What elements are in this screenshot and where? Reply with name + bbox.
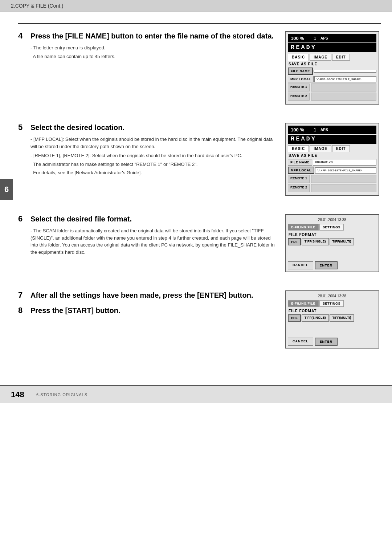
step-5-line-1: - [MFP LOCAL]: Select when the originals…	[30, 136, 278, 150]
screen-5-filename-row: FILE NAME DOC040128	[288, 159, 376, 166]
step-4-line-2: A file name can contain up to 45 letters…	[30, 53, 278, 60]
side-tab-label: 6	[4, 185, 9, 194]
screen-4-tab-edit[interactable]: EDIT	[332, 54, 350, 61]
screen-6-efiling-tab[interactable]: E-FILING/FILE	[288, 224, 319, 231]
step-5-section: 5 Select the desired location. - [MFP LO…	[18, 123, 381, 203]
step-5-text: 5 Select the desired location. - [MFP LO…	[18, 123, 278, 178]
side-tab: 6	[0, 179, 13, 200]
screen-5-filename-btn[interactable]: FILE NAME	[288, 159, 312, 166]
screen-5-tab-edit[interactable]: EDIT	[332, 145, 350, 152]
screen-6-format-label: FILE FORMAT	[288, 233, 376, 237]
step-5-line-2: - [REMOTE 1], [REMOTE 2]: Select when th…	[30, 152, 278, 159]
screen-5-remote1-btn[interactable]: REMOTE 1	[288, 175, 310, 183]
step-4-number: 4	[18, 31, 27, 41]
step-6-line-1: - The SCAN folder is automatically creat…	[30, 227, 278, 256]
screen-6-pdf-btn[interactable]: PDF	[288, 238, 301, 245]
screen-7-8-tiff-multi-btn[interactable]: TIFF(MULTI)	[330, 314, 354, 322]
screen-5: 100 % 1 APS READY BASIC IMAGE EDIT SAVE …	[285, 123, 379, 196]
step-5-screen: 100 % 1 APS READY BASIC IMAGE EDIT SAVE …	[285, 123, 381, 203]
step-5-line-4: For details, see the [Network Administra…	[30, 169, 278, 176]
page-footer: 148 6.STORING ORIGINALS	[0, 385, 392, 403]
screen-4-remote1-value	[311, 83, 376, 91]
screen-6-settings-tab[interactable]: SETTINGS	[319, 224, 344, 231]
screen-5-tabs: BASIC IMAGE EDIT	[288, 145, 376, 152]
screen-4-aps: APS	[320, 36, 328, 40]
screen-5-tab-basic[interactable]: BASIC	[288, 145, 309, 152]
step-4-header: 4 Press the [FILE NAME] button to enter …	[18, 31, 278, 41]
step-6-body: - The SCAN folder is automatically creat…	[30, 227, 278, 256]
screen-7-8-action-row: CANCEL ENTER	[288, 338, 376, 346]
screen-6-enter-btn[interactable]: ENTER	[315, 261, 338, 269]
step-6-screen: 28.01.2004 13:38 E-FILING/FILE SETTINGS …	[285, 214, 381, 280]
step-7-8-section: 7 After all the settings have been made,…	[18, 290, 381, 356]
screen-4-remote1-row: REMOTE 1	[288, 83, 376, 91]
step-4-body: - The letter entry menu is displayed. A …	[30, 44, 278, 60]
screen-5-remote1-row: REMOTE 1	[288, 175, 376, 183]
screen-4-remote1-btn[interactable]: REMOTE 1	[288, 83, 310, 91]
step-6-number: 6	[18, 214, 27, 224]
page-header: 2.COPY & FILE (Cont.)	[0, 0, 392, 12]
screen-4-mfplocal-value: \\MFP-00C91875\FILE_SHARE\	[314, 76, 376, 82]
screen-7-8-format-label: FILE FORMAT	[288, 309, 376, 313]
screen-6-spacer	[288, 248, 376, 259]
screen-4-topbar: 100 % 1 APS	[288, 34, 376, 42]
screen-5-mfplocal-row: MFP LOCAL \\MFP-00C91875\FILE_SHARE\	[288, 167, 376, 174]
header-title: 2.COPY & FILE (Cont.)	[11, 3, 63, 9]
screen-6-format-row: PDF TIFF(SINGLE) TIFF(MULTI)	[288, 238, 376, 245]
step-6-section: 6 Select the desired file format. - The …	[18, 214, 381, 280]
screen-4-remote2-value	[311, 93, 376, 101]
screen-7-8-format-row: PDF TIFF(SINGLE) TIFF(MULTI)	[288, 314, 376, 322]
screen-7-8-datetime: 28.01.2004 13:38	[288, 293, 376, 299]
screen-6-tiff-multi-btn[interactable]: TIFF(MULTI)	[330, 238, 354, 245]
step-8-number: 8	[18, 306, 27, 315]
step-6-header: 6 Select the desired file format.	[18, 214, 278, 224]
step-7-header: 7 After all the settings have been made,…	[18, 290, 278, 300]
step-4-screen: 100 % 1 APS READY BASIC IMAGE EDIT SAVE …	[285, 31, 381, 112]
screen-4-copies: 1	[314, 36, 316, 41]
screen-4-filename-btn[interactable]: FILE NAME	[288, 68, 313, 75]
step-4-title: Press the [FILE NAME] button to enter th…	[30, 31, 274, 41]
screen-6-tabs: E-FILING/FILE SETTINGS	[288, 224, 376, 231]
screen-5-percent: 100 %	[291, 127, 304, 133]
screen-5-filename-value: DOC040128	[313, 159, 376, 166]
screen-7-8-settings-tab[interactable]: SETTINGS	[319, 300, 344, 307]
screen-4-tab-basic[interactable]: BASIC	[288, 54, 309, 61]
screen-4-remote2-btn[interactable]: REMOTE 2	[288, 93, 310, 101]
screen-6-tiff-single-btn[interactable]: TIFF(SINGLE)	[302, 238, 329, 245]
screen-5-tab-image[interactable]: IMAGE	[310, 145, 331, 152]
screen-7-8-pdf-btn[interactable]: PDF	[288, 314, 301, 322]
screen-4-mfplocal-btn[interactable]: MFP LOCAL	[288, 76, 314, 82]
screen-5-remote2-row: REMOTE 2	[288, 184, 376, 192]
step-5-header: 5 Select the desired location.	[18, 123, 278, 132]
screen-5-remote2-btn[interactable]: REMOTE 2	[288, 184, 310, 192]
step-4-section: 4 Press the [FILE NAME] button to enter …	[18, 31, 381, 112]
screen-4-filename-value	[314, 70, 376, 73]
step-6-text: 6 Select the desired file format. - The …	[18, 214, 278, 257]
screen-4: 100 % 1 APS READY BASIC IMAGE EDIT SAVE …	[285, 31, 379, 105]
screen-7-8-cancel-btn[interactable]: CANCEL	[288, 338, 313, 346]
footer-page-number: 148	[11, 390, 29, 399]
screen-4-percent: 100 %	[291, 36, 304, 41]
screen-5-remote1-value	[311, 175, 376, 183]
screen-4-ready: READY	[288, 43, 376, 52]
screen-7-8: 28.01.2004 13:38 E-FILING/FILE SETTINGS …	[285, 290, 379, 349]
screen-5-save-label: SAVE AS FILE	[288, 154, 376, 158]
screen-7-8-efiling-tab[interactable]: E-FILING/FILE	[288, 300, 319, 307]
screen-4-filename-row: FILE NAME	[288, 68, 376, 75]
screen-5-ready: READY	[288, 135, 376, 144]
step-5-title: Select the desired location.	[30, 123, 124, 132]
top-divider	[18, 23, 381, 24]
screen-6-datetime: 28.01.2004 13:38	[288, 217, 376, 223]
screen-5-copies: 1	[314, 127, 316, 133]
screen-5-remote2-value	[311, 184, 376, 192]
screen-4-remote2-row: REMOTE 2	[288, 93, 376, 101]
screen-4-tab-image[interactable]: IMAGE	[310, 54, 331, 61]
screen-7-8-enter-btn[interactable]: ENTER	[315, 338, 338, 346]
screen-6-cancel-btn[interactable]: CANCEL	[288, 261, 313, 269]
step-8-title: Press the [START] button.	[30, 306, 120, 315]
screen-7-8-tiff-single-btn[interactable]: TIFF(SINGLE)	[302, 314, 329, 322]
screen-5-mfplocal-btn[interactable]: MFP LOCAL	[288, 167, 314, 174]
step-5-line-3: The administrator has to make settings t…	[30, 161, 278, 168]
screen-7-8-tabs: E-FILING/FILE SETTINGS	[288, 300, 376, 307]
step-5-body: - [MFP LOCAL]: Select when the originals…	[30, 136, 278, 176]
